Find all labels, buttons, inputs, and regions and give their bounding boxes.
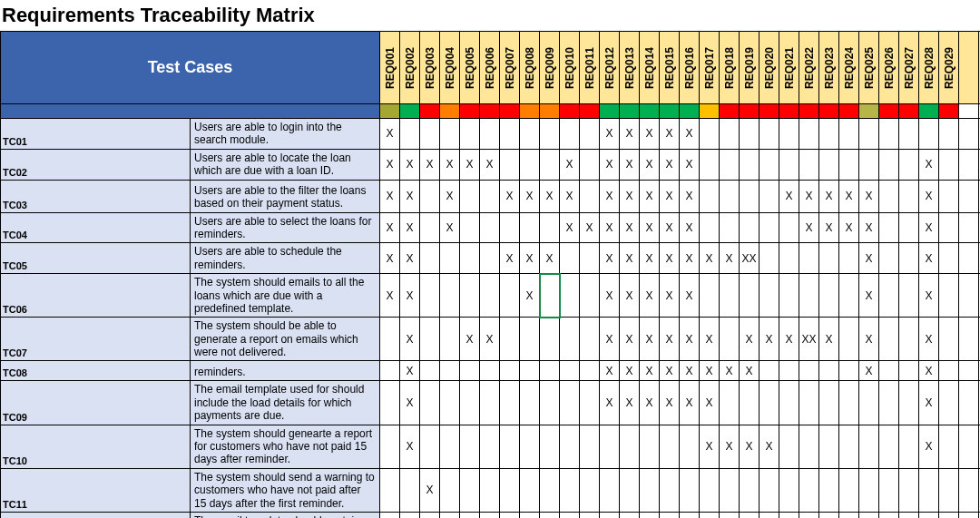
matrix-cell[interactable] <box>779 212 799 243</box>
matrix-cell[interactable]: X <box>620 212 640 243</box>
matrix-cell[interactable]: X <box>700 361 720 381</box>
matrix-cell[interactable] <box>760 381 779 425</box>
matrix-cell[interactable]: X <box>400 149 420 180</box>
matrix-cell[interactable] <box>520 425 540 468</box>
matrix-cell[interactable] <box>959 468 979 512</box>
matrix-cell[interactable]: X <box>400 425 420 468</box>
matrix-cell[interactable] <box>700 119 720 150</box>
matrix-cell[interactable]: X <box>620 381 640 425</box>
matrix-cell[interactable] <box>520 119 540 150</box>
matrix-cell[interactable] <box>859 119 879 150</box>
matrix-cell[interactable] <box>939 212 959 243</box>
matrix-cell[interactable]: X <box>640 180 660 212</box>
matrix-cell[interactable] <box>480 468 500 512</box>
matrix-cell[interactable] <box>640 425 660 468</box>
matrix-cell[interactable] <box>740 119 760 150</box>
matrix-cell[interactable] <box>819 274 839 318</box>
matrix-cell[interactable] <box>540 274 560 318</box>
matrix-cell[interactable] <box>839 361 859 381</box>
matrix-cell[interactable] <box>779 425 799 468</box>
matrix-cell[interactable] <box>959 318 979 361</box>
matrix-cell[interactable] <box>420 243 440 274</box>
matrix-cell[interactable] <box>899 361 919 381</box>
matrix-cell[interactable]: X <box>580 212 600 243</box>
matrix-cell[interactable]: X <box>740 361 760 381</box>
matrix-cell[interactable] <box>720 512 740 518</box>
matrix-cell[interactable] <box>420 274 440 318</box>
matrix-cell[interactable] <box>420 425 440 468</box>
matrix-cell[interactable]: X <box>640 119 660 150</box>
matrix-cell[interactable]: X <box>859 243 879 274</box>
matrix-cell[interactable] <box>420 119 440 150</box>
matrix-cell[interactable] <box>839 468 859 512</box>
matrix-cell[interactable] <box>779 361 799 381</box>
matrix-cell[interactable] <box>819 512 839 518</box>
matrix-cell[interactable] <box>560 243 580 274</box>
matrix-cell[interactable] <box>819 149 839 180</box>
matrix-cell[interactable]: X <box>460 318 480 361</box>
matrix-cell[interactable] <box>700 274 720 318</box>
matrix-cell[interactable] <box>700 212 720 243</box>
matrix-cell[interactable] <box>740 274 760 318</box>
matrix-cell[interactable] <box>460 425 480 468</box>
matrix-cell[interactable] <box>919 512 939 518</box>
matrix-cell[interactable] <box>959 149 979 180</box>
matrix-cell[interactable]: X <box>520 243 540 274</box>
matrix-cell[interactable]: X <box>600 274 620 318</box>
matrix-cell[interactable] <box>899 274 919 318</box>
matrix-cell[interactable] <box>480 425 500 468</box>
matrix-cell[interactable] <box>760 180 779 212</box>
matrix-cell[interactable]: X <box>859 180 879 212</box>
matrix-cell[interactable] <box>640 468 660 512</box>
matrix-cell[interactable] <box>520 212 540 243</box>
matrix-cell[interactable] <box>939 243 959 274</box>
matrix-cell[interactable]: X <box>660 149 680 180</box>
matrix-cell[interactable] <box>760 243 779 274</box>
matrix-cell[interactable] <box>540 119 560 150</box>
matrix-cell[interactable]: X <box>640 381 660 425</box>
matrix-cell[interactable] <box>460 180 480 212</box>
matrix-cell[interactable] <box>740 149 760 180</box>
matrix-cell[interactable] <box>740 381 760 425</box>
matrix-cell[interactable] <box>859 512 879 518</box>
matrix-cell[interactable] <box>640 512 660 518</box>
matrix-cell[interactable] <box>580 274 600 318</box>
matrix-cell[interactable] <box>600 512 620 518</box>
matrix-cell[interactable] <box>760 149 779 180</box>
matrix-cell[interactable] <box>540 149 560 180</box>
matrix-cell[interactable] <box>799 243 819 274</box>
matrix-cell[interactable] <box>420 318 440 361</box>
matrix-cell[interactable] <box>839 119 859 150</box>
matrix-cell[interactable] <box>520 149 540 180</box>
matrix-cell[interactable] <box>580 361 600 381</box>
matrix-cell[interactable]: X <box>620 361 640 381</box>
matrix-cell[interactable]: X <box>740 318 760 361</box>
matrix-cell[interactable] <box>500 149 520 180</box>
matrix-cell[interactable] <box>839 512 859 518</box>
matrix-cell[interactable]: XX <box>740 243 760 274</box>
matrix-cell[interactable] <box>720 212 740 243</box>
matrix-cell[interactable]: X <box>919 274 939 318</box>
matrix-cell[interactable] <box>819 243 839 274</box>
matrix-cell[interactable] <box>799 468 819 512</box>
matrix-cell[interactable]: X <box>640 361 660 381</box>
matrix-cell[interactable] <box>799 425 819 468</box>
matrix-cell[interactable] <box>380 468 400 512</box>
matrix-cell[interactable] <box>500 381 520 425</box>
matrix-cell[interactable]: X <box>700 243 720 274</box>
matrix-cell[interactable] <box>899 318 919 361</box>
matrix-cell[interactable]: XX <box>799 318 819 361</box>
matrix-cell[interactable]: X <box>400 318 420 361</box>
matrix-cell[interactable] <box>500 119 520 150</box>
matrix-cell[interactable]: X <box>540 243 560 274</box>
matrix-cell[interactable] <box>660 425 680 468</box>
matrix-cell[interactable]: X <box>660 212 680 243</box>
matrix-cell[interactable] <box>540 212 560 243</box>
matrix-cell[interactable] <box>580 512 600 518</box>
matrix-cell[interactable] <box>760 512 779 518</box>
matrix-cell[interactable] <box>720 468 740 512</box>
matrix-cell[interactable] <box>580 318 600 361</box>
matrix-cell[interactable]: X <box>660 119 680 150</box>
matrix-cell[interactable]: X <box>839 212 859 243</box>
matrix-cell[interactable] <box>580 149 600 180</box>
